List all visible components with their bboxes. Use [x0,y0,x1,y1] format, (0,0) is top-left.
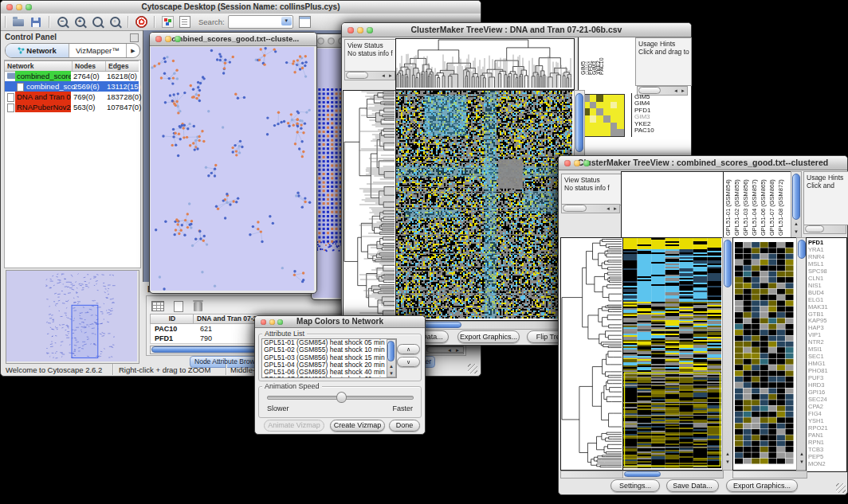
matrix-cell[interactable] [590,102,597,109]
minimize-icon[interactable] [269,319,275,325]
matrix-cell[interactable] [617,95,624,102]
scroll-up-icon[interactable]: ▲ [794,221,799,226]
list-vscrollbar[interactable]: ▲ ▼ [387,339,396,377]
header-id[interactable]: ID [150,314,194,324]
zoom-window-icon[interactable] [277,319,283,325]
zoom-fit-button[interactable] [88,15,106,29]
matrix-cell[interactable] [617,129,624,136]
matrix-cell[interactable] [617,108,624,115]
save-session-button[interactable] [27,15,45,29]
heatmap-canvas[interactable] [396,91,572,318]
matrix-cell[interactable] [596,115,603,123]
save-data-button[interactable]: Save Data... [666,479,719,492]
column-dendrogram-canvas[interactable] [396,39,572,88]
network-titlebar[interactable]: combined_scores_good.txt--cluste... [150,33,316,46]
matrix-cell[interactable] [610,102,618,109]
zoom-selected-button[interactable]: ▫ [106,15,124,29]
matrix-cell[interactable] [590,115,597,123]
zoom-window-icon[interactable] [583,160,590,166]
scroll-up-icon[interactable]: ▲ [725,451,730,456]
col-network[interactable]: Network [5,61,74,71]
matrix-cell[interactable] [617,115,624,123]
matrix-cell[interactable] [596,108,603,115]
row-dendrogram-canvas[interactable] [561,238,622,468]
zoom-heatmap-canvas[interactable] [735,242,794,464]
export-graphics-button[interactable]: Export Graphics... [726,479,798,492]
tv2-usage-scrollbar[interactable] [803,225,846,234]
scroll-up-icon[interactable]: ▲ [799,451,804,456]
tab-network[interactable]: Network [6,44,69,57]
network-tree-row[interactable]: DNA and Tran 07769(0)183728(0) [5,92,139,102]
array-label[interactable]: GPL51-02 (GSM855) [732,173,741,236]
scroll-down-icon[interactable]: ▼ [725,459,730,464]
settings-button[interactable]: Settings... [610,479,660,492]
matrix-cell[interactable] [610,95,618,102]
close-icon[interactable] [155,36,162,42]
tv1-status-scrollbar[interactable]: ◄ ► [344,71,395,80]
zoom-window-icon[interactable] [367,27,373,33]
matrix-cell[interactable] [596,95,603,102]
minimize-icon[interactable] [165,36,171,42]
scroll-thumb[interactable] [563,205,587,212]
chevron-down-icon[interactable]: ▼ [281,17,292,25]
open-session-button[interactable] [10,15,27,29]
tab-overflow-arrow[interactable]: ▶ [126,44,139,57]
array-label[interactable]: GPL51-03 (GSM856) [741,173,750,236]
search-input[interactable] [230,17,281,27]
array-label[interactable]: GPL51-04 (GSM857) [750,173,759,236]
move-up-button[interactable]: ∧ [397,344,420,354]
float-panel-icon[interactable] [130,33,139,42]
matrix-cell[interactable] [596,129,603,136]
matrix-cell[interactable] [603,102,610,109]
dialog-titlebar[interactable]: Map Colors to Network [255,316,425,328]
attribute-browser-button[interactable] [296,15,314,29]
tv2-top-vscrollbar[interactable]: ▲ ▼ [791,171,802,238]
array-label[interactable]: GPL51-07 (GSM868) [768,173,776,236]
birdseye-canvas[interactable] [6,271,137,361]
close-icon[interactable] [564,160,571,166]
vizmapper-button[interactable] [159,15,176,29]
scroll-left-icon[interactable]: ◄ [606,206,610,211]
network-tree-row[interactable]: combined_sco2569(6)13112(15) [5,81,139,92]
matrix-cell[interactable] [610,123,618,130]
close-icon[interactable] [6,4,13,10]
matrix-cell[interactable] [617,123,624,130]
matrix-cell[interactable] [610,108,618,115]
minimize-icon[interactable] [328,37,335,45]
row-dendrogram-canvas[interactable] [344,91,395,318]
scroll-thumb[interactable] [805,225,824,232]
close-icon[interactable] [261,319,266,325]
tv2-zoom-hscrollbar[interactable] [732,471,807,479]
minimize-icon[interactable] [357,27,363,33]
export-graphics-button[interactable]: Export Graphics... [457,330,520,343]
network-tree-row[interactable]: combined_scores2764(0)16218(0) [5,71,139,81]
annotation-button[interactable] [176,15,194,29]
scroll-down-icon[interactable]: ▼ [799,459,804,464]
matrix-cell[interactable] [590,129,597,136]
heatmap-canvas[interactable] [623,238,721,468]
zoom-in-button[interactable]: + [71,15,88,29]
tv2-vscrollbar[interactable]: ▲ ▼ [722,237,733,471]
move-down-button[interactable]: ∨ [397,357,420,367]
scroll-thumb[interactable] [387,341,395,361]
done-button[interactable]: Done [389,420,420,432]
scroll-thumb[interactable] [792,174,800,220]
matrix-cell[interactable] [603,123,610,130]
close-icon[interactable] [347,27,354,33]
tv2-status-scrollbar[interactable]: ◄ ► [561,204,620,213]
table-icon[interactable] [151,301,164,311]
main-titlebar[interactable]: Cytoscape Desktop (Session Name: collins… [1,1,481,14]
close-icon[interactable] [317,37,324,45]
trash-icon[interactable] [194,302,202,311]
scroll-thumb[interactable] [575,93,583,152]
network-canvas[interactable] [151,47,314,291]
minimize-icon[interactable] [574,160,580,166]
scroll-thumb[interactable] [346,72,368,79]
scroll-up-icon[interactable]: ▲ [389,364,394,369]
matrix-cell[interactable] [617,102,624,109]
scroll-right-icon[interactable]: ► [455,348,460,353]
attribute-list[interactable]: GPL51-01 (GSM854) heat shock 05 minGPL51… [261,338,397,378]
resize-grip[interactable] [836,483,846,493]
zoom-out-button[interactable]: − [53,15,71,29]
minimize-icon[interactable] [16,4,22,10]
